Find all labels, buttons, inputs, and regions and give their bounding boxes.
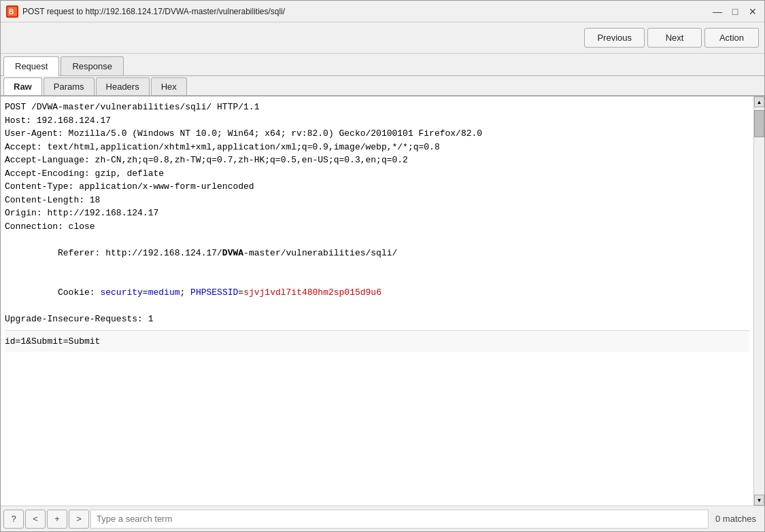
- close-button[interactable]: ✕: [747, 5, 759, 18]
- search-input[interactable]: [90, 510, 709, 529]
- headers-section: POST /DVWA-master/vulnerabilities/sqli/ …: [5, 99, 749, 327]
- header-line-7: Content-Length: 18: [5, 194, 749, 207]
- tab-hex[interactable]: Hex: [151, 77, 187, 95]
- scrollbar-thumb[interactable]: [754, 110, 764, 137]
- header-line-9: Connection: close: [5, 220, 749, 234]
- cookie-phpsessid-value: sjvj1vdl7it480hm2sp015d9u6: [243, 287, 381, 298]
- tab-request[interactable]: Request: [3, 56, 59, 76]
- cookie-security-value: medium: [148, 287, 180, 298]
- maximize-button[interactable]: □: [729, 5, 741, 18]
- titlebar: B POST request to http://192.168.124.17/…: [1, 1, 764, 22]
- tab-headers[interactable]: Headers: [96, 77, 150, 95]
- header-lines: POST /DVWA-master/vulnerabilities/sqli/ …: [5, 99, 749, 327]
- header-line-5: Accept-Encoding: gzip, deflate: [5, 167, 749, 181]
- header-line-cookie: Cookie: security=medium; PHPSESSID=sjvj1…: [5, 273, 749, 313]
- nav-prev-button[interactable]: <: [25, 510, 46, 529]
- header-line-upgrade: Upgrade-Insecure-Requests: 1: [5, 313, 749, 326]
- vertical-scrollbar[interactable]: ▲ ▼: [753, 96, 764, 506]
- header-line-referer: Referer: http://192.168.124.17/DVWA-mast…: [5, 233, 749, 273]
- header-line-8: Origin: http://192.168.124.17: [5, 207, 749, 220]
- tab-response[interactable]: Response: [61, 56, 124, 75]
- next-button[interactable]: Next: [647, 28, 702, 48]
- minimize-button[interactable]: —: [711, 5, 724, 18]
- previous-button[interactable]: Previous: [584, 28, 645, 48]
- scroll-up-arrow[interactable]: ▲: [754, 96, 764, 107]
- match-count: 0 matches: [710, 514, 762, 524]
- main-tab-bar: Request Response: [1, 54, 764, 76]
- help-button[interactable]: ?: [3, 510, 24, 529]
- body-section: id=1&Submit=Submit: [5, 330, 749, 353]
- request-body: id=1&Submit=Submit: [5, 335, 749, 349]
- app-icon: B: [6, 5, 18, 18]
- nav-add-button[interactable]: +: [47, 510, 67, 529]
- cookie-security-equals: =: [143, 287, 148, 298]
- content-wrapper: POST /DVWA-master/vulnerabilities/sqli/ …: [1, 96, 764, 506]
- tab-raw[interactable]: Raw: [3, 77, 42, 95]
- scroll-down-arrow[interactable]: ▼: [754, 495, 764, 506]
- tab-params[interactable]: Params: [44, 77, 95, 95]
- nav-next-button[interactable]: >: [69, 510, 89, 529]
- header-line-0: POST /DVWA-master/vulnerabilities/sqli/ …: [5, 101, 749, 114]
- action-button[interactable]: Action: [704, 28, 759, 48]
- window-controls: — □ ✕: [711, 5, 759, 18]
- request-content[interactable]: POST /DVWA-master/vulnerabilities/sqli/ …: [1, 96, 753, 506]
- cookie-phpsessid-label: PHPSESSID: [190, 287, 238, 298]
- cookie-security-label: security: [100, 287, 142, 298]
- header-line-3: Accept: text/html,application/xhtml+xml,…: [5, 141, 749, 154]
- header-line-4: Accept-Language: zh-CN,zh;q=0.8,zh-TW;q=…: [5, 154, 749, 167]
- header-line-2: User-Agent: Mozilla/5.0 (Windows NT 10.0…: [5, 127, 749, 141]
- toolbar: Previous Next Action: [1, 22, 764, 54]
- window-title: POST request to http://192.168.124.17/DV…: [22, 7, 711, 16]
- cookie-phpsessid-equals: =: [238, 287, 243, 298]
- header-line-1: Host: 192.168.124.17: [5, 114, 749, 128]
- cookie-prefix: Cookie:: [58, 287, 100, 298]
- svg-text:B: B: [9, 8, 14, 16]
- cookie-separator: ;: [180, 287, 190, 298]
- scrollbar-track: [754, 107, 764, 495]
- sub-tab-bar: Raw Params Headers Hex: [1, 76, 764, 96]
- bottombar: ? < + > 0 matches: [1, 506, 764, 531]
- header-line-6: Content-Type: application/x-www-form-url…: [5, 180, 749, 194]
